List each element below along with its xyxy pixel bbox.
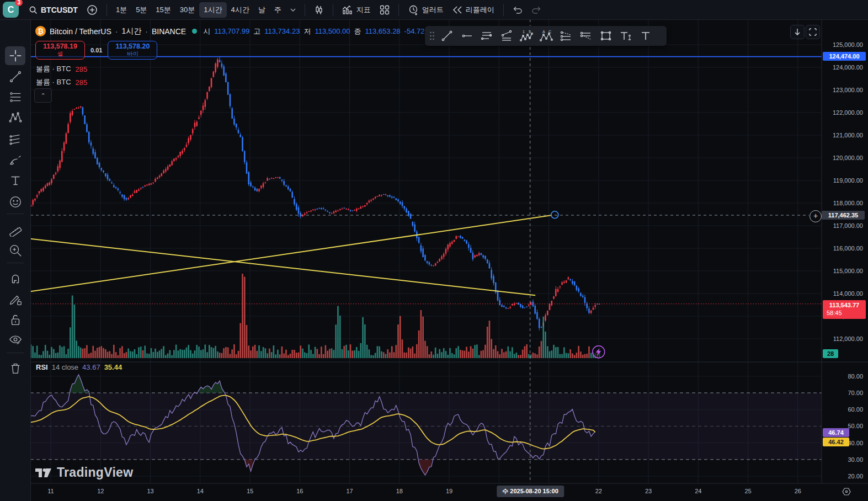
draw-anchored-text-button[interactable] (616, 28, 636, 44)
time-tick: 13 (147, 488, 153, 494)
tool-xabcd-pattern[interactable] (5, 108, 25, 127)
price-tick: 125,000.00 (833, 41, 863, 48)
toolbar-separator (7, 214, 24, 214)
indicators-button[interactable]: 지표 (338, 2, 375, 18)
price-tick: 117,000.00 (833, 222, 863, 229)
timeframe-5m[interactable]: 5분 (131, 2, 151, 18)
draw-text-button[interactable] (636, 28, 656, 44)
rsi-title: RSI (36, 363, 48, 371)
draw-trend-line-button[interactable] (437, 28, 457, 44)
time-tick: 19 (446, 488, 452, 494)
tool-crosshair[interactable] (5, 46, 25, 65)
sell-price: 113,578.19 (43, 43, 77, 51)
tradingview-logo-icon (35, 467, 52, 479)
tool-ruler[interactable] (5, 220, 25, 239)
symbol-name: BTCUSDT (41, 6, 78, 14)
tool-text[interactable] (5, 171, 25, 190)
drag-handle-icon[interactable] (427, 28, 437, 44)
reset-view-button[interactable] (806, 25, 820, 39)
time-tick: 15 (247, 488, 253, 494)
dashed-levels-icon (560, 29, 573, 42)
draw-pattern-button[interactable]: AC (536, 28, 556, 44)
time-tick: 14 (197, 488, 204, 494)
scroll-to-recent-button[interactable] (790, 25, 805, 39)
buy-button[interactable]: 113,578.20 바이 (108, 41, 157, 60)
sell-button[interactable]: 113,578.19 셀 (35, 41, 85, 60)
user-avatar[interactable]: C 3 (3, 2, 19, 18)
symbol-title: Bitcoin / TetherUS (50, 27, 111, 36)
symbol-header[interactable]: ₿ Bitcoin / TetherUS · 1시간 · BINANCE 시11… (35, 26, 429, 36)
timeframe-1d[interactable]: 날 (254, 2, 270, 18)
draw-parallel-channel-button[interactable] (497, 28, 516, 44)
draw-horizontal-ray-button[interactable] (457, 28, 477, 44)
timeframe-1h[interactable]: 1시간 (199, 2, 226, 18)
toolbar-separator (503, 4, 504, 16)
time-axis[interactable]: 수 2025-08-20 15:00 111213141516171819222… (30, 483, 868, 501)
timeframe-label: 1분 (116, 5, 127, 15)
volume-label: 볼륨 · BTC (36, 77, 71, 87)
tool-remove-drawings[interactable] (5, 359, 25, 378)
flat-levels-icon (579, 29, 593, 42)
trend-line-icon (8, 70, 23, 84)
alert-button[interactable]: 얼러트 (403, 2, 448, 18)
undo-button[interactable] (508, 2, 527, 18)
horizontal-lines-icon (480, 29, 493, 42)
chart-style-button[interactable] (310, 2, 328, 18)
symbol-interval: 1시간 (121, 26, 141, 36)
timeframe-15m[interactable]: 15분 (151, 2, 175, 18)
search-icon (29, 6, 38, 14)
timeframe-1m[interactable]: 1분 (111, 2, 131, 18)
rsi-legend[interactable]: RSI 14 close 43.67 35.44 (36, 363, 122, 371)
time-tick: 22 (595, 488, 602, 494)
redo-button[interactable] (527, 2, 546, 18)
crosshair-plus-button[interactable]: + (810, 210, 822, 222)
timeframe-4h[interactable]: 4시간 (227, 2, 254, 18)
timeframe-1w[interactable]: 주 (270, 2, 286, 18)
tool-forecast[interactable] (5, 130, 25, 148)
high-value: 113,734.23 (264, 27, 300, 35)
tool-emoji[interactable] (5, 193, 25, 211)
symbol-search-button[interactable]: BTCUSDT (24, 2, 82, 18)
timeframe-menu-button[interactable] (286, 2, 300, 18)
time-tick: 17 (346, 488, 353, 494)
tool-magnet[interactable] (5, 269, 25, 288)
volume-legend-row[interactable]: 볼륨 · BTC 285 (36, 64, 87, 74)
spread-value: 0.01 (90, 47, 102, 54)
timeframe-30m[interactable]: 30분 (175, 2, 199, 18)
timeframe-label: 30분 (180, 5, 195, 15)
replay-button[interactable]: 리플레이 (448, 2, 499, 18)
buy-label: 바이 (127, 51, 139, 57)
crosshair-date-label: 수 2025-08-20 15:00 (497, 486, 564, 497)
crosshair-price-label: 117,462.35 (822, 211, 865, 220)
tool-hide-drawings[interactable] (5, 331, 25, 350)
svg-text:A: A (542, 30, 545, 34)
layout-grid-button[interactable] (375, 2, 394, 18)
scales-settings-button[interactable] (841, 486, 852, 499)
rsi-value: 43.67 (82, 363, 100, 371)
draw-rectangle-button[interactable] (596, 28, 616, 44)
legend-collapse-button[interactable]: ⌃ (34, 88, 52, 103)
chart-canvas[interactable] (0, 0, 868, 501)
draw-horizontal-lines-button[interactable] (477, 28, 497, 44)
tool-fib-retracement[interactable] (5, 88, 25, 106)
price-axis[interactable]: 125,000.00124,000.00123,000.00122,000.00… (822, 19, 868, 483)
timeframe-label: 15분 (156, 5, 171, 15)
hexagon-dot-icon (841, 486, 852, 497)
tool-trend-line[interactable] (5, 67, 25, 86)
tool-zoom-in[interactable] (5, 241, 25, 260)
draw-flat-levels-button[interactable] (576, 28, 596, 44)
tool-lock-all[interactable] (5, 311, 25, 329)
tool-brush[interactable] (5, 150, 25, 169)
tool-drawing-mode[interactable] (5, 290, 25, 309)
price-tick: 120,000.00 (833, 154, 863, 161)
draw-elliott-wave-button[interactable]: 15 (516, 28, 536, 44)
toolbar-separator (106, 4, 107, 16)
time-tick: 16 (296, 488, 303, 494)
close-label: 종 (354, 26, 361, 36)
add-symbol-button[interactable] (82, 2, 102, 18)
crosshair-icon (8, 49, 23, 63)
separator-dot: · (115, 27, 118, 36)
close-value: 113,653.28 (365, 27, 401, 35)
volume-legend-row[interactable]: 볼륨 · BTC 285 (36, 77, 87, 87)
draw-dashed-levels-button[interactable] (556, 28, 576, 44)
